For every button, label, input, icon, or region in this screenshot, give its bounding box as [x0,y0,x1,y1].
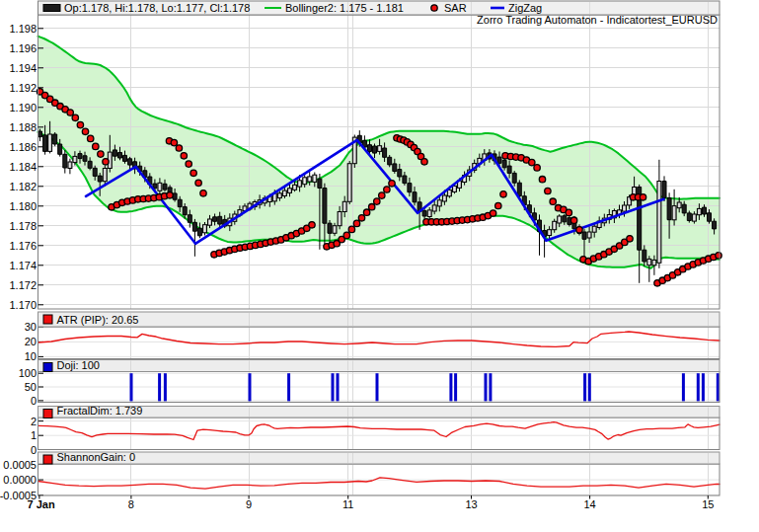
svg-text:100: 100 [19,367,37,379]
svg-text:0: 0 [31,444,37,456]
svg-text:15: 15 [702,498,714,510]
svg-text:1.198: 1.198 [9,23,37,35]
svg-text:Op:1.178, Hi:1.178, Lo:1.177,: Op:1.178, Hi:1.178, Lo:1.177, Cl:1.178 [64,2,250,14]
svg-text:11: 11 [342,498,353,510]
svg-text:20: 20 [25,336,37,347]
svg-text:30: 30 [25,321,37,333]
svg-text:1.194: 1.194 [9,62,37,74]
svg-text:10: 10 [25,350,37,362]
svg-text:FractalDim: 1.739: FractalDim: 1.739 [57,405,143,417]
svg-text:1.178: 1.178 [9,220,37,232]
svg-text:Bollinger2: 1.175 - 1.181: Bollinger2: 1.175 - 1.181 [285,2,404,14]
svg-text:0.0005: 0.0005 [3,459,37,471]
svg-text:1.190: 1.190 [9,102,37,114]
svg-text:Zorro Trading Automaton - Indi: Zorro Trading Automaton - Indicatortest_… [477,14,718,26]
svg-text:8: 8 [128,498,134,510]
svg-text:1.176: 1.176 [9,240,37,252]
svg-text:1.184: 1.184 [9,161,37,173]
svg-text:1.174: 1.174 [9,260,37,271]
svg-text:1.180: 1.180 [9,200,37,212]
svg-text:13: 13 [465,498,477,510]
svg-text:ShannonGain: 0: ShannonGain: 0 [57,451,136,463]
svg-text:Doji: 100: Doji: 100 [57,359,100,371]
svg-text:7 Jan: 7 Jan [28,498,55,510]
svg-text:ATR (PIP): 20.65: ATR (PIP): 20.65 [57,314,139,326]
svg-text:1.182: 1.182 [9,181,37,192]
svg-text:ZigZag: ZigZag [508,2,542,14]
svg-text:0.0000: 0.0000 [3,474,37,486]
svg-text:1.188: 1.188 [9,121,37,133]
svg-text:1.192: 1.192 [9,82,37,94]
svg-text:0: 0 [31,395,37,407]
svg-text:9: 9 [246,498,252,510]
svg-text:1.172: 1.172 [9,279,37,291]
svg-text:2: 2 [31,416,37,427]
svg-text:SAR: SAR [444,2,467,14]
svg-text:14: 14 [583,498,595,510]
svg-text:1.186: 1.186 [9,141,37,153]
svg-text:50: 50 [25,381,37,393]
svg-text:1.170: 1.170 [9,299,37,311]
svg-text:1.196: 1.196 [9,42,37,54]
svg-text:1: 1 [31,429,37,441]
